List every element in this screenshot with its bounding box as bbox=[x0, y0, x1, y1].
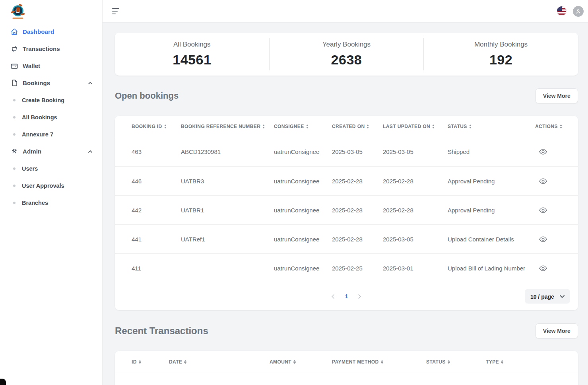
sort-icon bbox=[560, 124, 562, 128]
sort-icon bbox=[262, 124, 265, 128]
column-header-booking-reference-number[interactable]: Booking Reference Number bbox=[181, 124, 274, 129]
stat-label: Monthly Bookings bbox=[474, 41, 528, 49]
sidebar-item-admin[interactable]: Admin bbox=[0, 143, 102, 160]
sidebar-subitem-label: Annexure 7 bbox=[22, 131, 53, 138]
chevron-right-icon bbox=[357, 294, 362, 299]
sort-icon bbox=[381, 360, 383, 364]
sidebar-item-users[interactable]: Users bbox=[0, 160, 102, 177]
cell-reference: UATBR3 bbox=[181, 178, 274, 185]
pagination: 1 10 / page bbox=[115, 282, 578, 310]
cell-created-on: 2025-02-28 bbox=[332, 178, 383, 185]
previous-page-button[interactable] bbox=[330, 294, 336, 299]
sidebar-item-dashboard[interactable]: Dashboard bbox=[0, 23, 102, 40]
sidebar-item-user-approvals[interactable]: User Approvals bbox=[0, 177, 102, 194]
stat-label: All Bookings bbox=[173, 41, 211, 49]
column-header-status[interactable]: Status bbox=[448, 124, 535, 129]
language-flag-icon[interactable] bbox=[557, 6, 567, 16]
column-header-consignee[interactable]: Consignee bbox=[274, 124, 332, 129]
column-header-payment-method[interactable]: Payment Method bbox=[332, 359, 426, 365]
cell-booking-id: 446 bbox=[132, 178, 181, 185]
stat-value: 2638 bbox=[331, 52, 362, 68]
sidebar-item-create-booking[interactable]: Create Booking bbox=[0, 91, 102, 109]
column-header-booking-id[interactable]: Booking Id bbox=[132, 124, 181, 129]
recent-transactions-title: Recent Transactions bbox=[115, 325, 208, 336]
stat-label: Yearly Bookings bbox=[322, 41, 371, 49]
stat-monthly-bookings: Monthly Bookings 192 bbox=[424, 33, 578, 76]
table-header-row: Id Date Amount Payment Method Status Typ… bbox=[115, 351, 578, 373]
view-booking-button[interactable] bbox=[538, 148, 548, 156]
user-avatar[interactable] bbox=[573, 6, 584, 17]
table-row: 442 UATBR1 uatrunConsignee 2025-02-28 20… bbox=[115, 195, 578, 224]
eye-icon bbox=[539, 149, 547, 155]
cell-reference: UATBR1 bbox=[181, 207, 274, 214]
sort-icon bbox=[367, 124, 369, 128]
chevron-up-icon bbox=[88, 149, 93, 154]
view-booking-button[interactable] bbox=[538, 177, 548, 185]
corner-widget-peek bbox=[0, 379, 6, 385]
eye-icon bbox=[539, 207, 547, 213]
open-bookings-view-more-button[interactable]: View More bbox=[536, 88, 578, 103]
sidebar-item-wallet[interactable]: Wallet bbox=[0, 57, 102, 74]
sidebar-item-bookings[interactable]: Bookings bbox=[0, 74, 102, 91]
page-number[interactable]: 1 bbox=[345, 293, 348, 299]
stat-value: 14561 bbox=[173, 52, 211, 68]
app-logo[interactable] bbox=[0, 0, 102, 23]
transfer-icon bbox=[10, 45, 18, 53]
menu-toggle-icon[interactable] bbox=[112, 8, 121, 14]
bullet-icon bbox=[13, 133, 16, 136]
stats-summary-card: All Bookings 14561 Yearly Bookings 2638 … bbox=[115, 33, 578, 76]
column-header-last-updated-on[interactable]: Last Updated On bbox=[383, 124, 448, 129]
bullet-icon bbox=[13, 167, 16, 170]
cell-reference: ABCD1230981 bbox=[181, 148, 274, 155]
cell-consignee: uatrunConsignee bbox=[274, 178, 332, 185]
sidebar-item-annexure-7[interactable]: Annexure 7 bbox=[0, 126, 102, 143]
wallet-icon bbox=[10, 62, 18, 70]
cell-booking-id: 441 bbox=[132, 236, 181, 243]
stat-all-bookings: All Bookings 14561 bbox=[115, 33, 269, 76]
view-booking-button[interactable] bbox=[538, 206, 548, 214]
page-size-select[interactable]: 10 / page bbox=[525, 289, 570, 304]
column-header-id[interactable]: Id bbox=[132, 359, 169, 365]
cell-consignee: uatrunConsignee bbox=[274, 207, 332, 214]
sidebar-subitem-label: Create Booking bbox=[22, 97, 64, 103]
table-row: 411 uatrunConsignee 2025-02-25 2025-03-0… bbox=[115, 253, 578, 282]
cell-last-updated-on: 2025-02-28 bbox=[383, 178, 448, 185]
column-header-amount[interactable]: Amount bbox=[270, 359, 332, 365]
flag-canton bbox=[557, 6, 562, 11]
sidebar-item-branches[interactable]: Branches bbox=[0, 194, 102, 211]
sidebar-subitem-label: Branches bbox=[22, 200, 48, 206]
cell-status: Approval Pending bbox=[448, 207, 535, 214]
cell-created-on: 2025-02-28 bbox=[332, 236, 383, 243]
recent-transactions-table: Id Date Amount Payment Method Status Typ… bbox=[115, 351, 578, 385]
cell-last-updated-on: 2025-03-05 bbox=[383, 236, 448, 243]
file-icon bbox=[10, 79, 18, 87]
sidebar-item-all-bookings[interactable]: All Bookings bbox=[0, 109, 102, 126]
sidebar-item-label: Admin bbox=[23, 148, 41, 155]
column-header-created-on[interactable]: Created On bbox=[332, 124, 383, 129]
chevron-down-icon bbox=[560, 295, 565, 298]
view-booking-button[interactable] bbox=[538, 235, 548, 243]
home-icon bbox=[10, 28, 18, 36]
eye-icon bbox=[539, 236, 547, 242]
view-booking-button[interactable] bbox=[538, 264, 548, 272]
cell-status: Upload Container Details bbox=[448, 236, 535, 243]
sidebar-subitem-label: User Approvals bbox=[22, 183, 64, 189]
sidebar-subitem-label: Users bbox=[22, 165, 38, 172]
column-header-status[interactable]: Status bbox=[426, 359, 486, 365]
sidebar-item-transactions[interactable]: Transactions bbox=[0, 40, 102, 57]
table-row: 446 UATBR3 uatrunConsignee 2025-02-28 20… bbox=[115, 166, 578, 195]
sidebar-nav: Dashboard Transactions Wallet Bookings bbox=[0, 23, 102, 211]
bullet-icon bbox=[13, 202, 16, 204]
next-page-button[interactable] bbox=[357, 294, 363, 299]
sort-icon bbox=[139, 360, 141, 364]
column-header-date[interactable]: Date bbox=[169, 359, 270, 365]
cell-status: Upload Bill of Lading Number bbox=[448, 265, 535, 272]
column-header-actions[interactable]: Actions bbox=[535, 124, 562, 129]
column-header-type[interactable]: Type bbox=[486, 359, 562, 365]
cell-reference: UATRef1 bbox=[181, 236, 274, 243]
dashboard-content: All Bookings 14561 Yearly Bookings 2638 … bbox=[103, 23, 588, 385]
topbar bbox=[103, 0, 588, 23]
eye-icon bbox=[539, 265, 547, 271]
cell-consignee: uatrunConsignee bbox=[274, 265, 332, 272]
transactions-view-more-button[interactable]: View More bbox=[536, 323, 578, 338]
